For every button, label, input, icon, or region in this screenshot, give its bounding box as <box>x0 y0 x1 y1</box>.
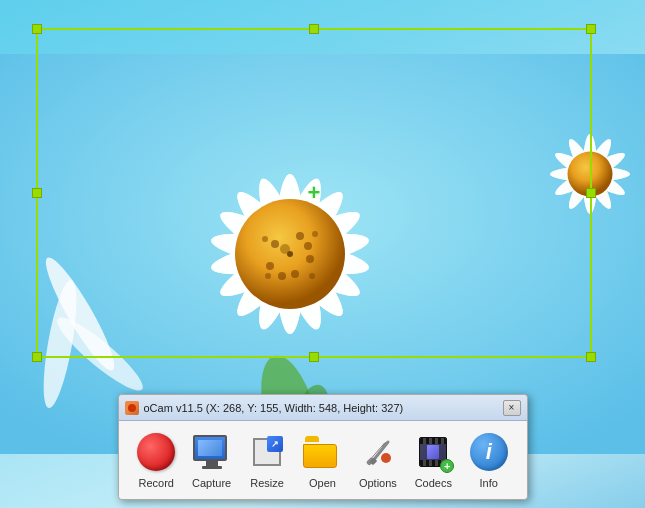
capture-button[interactable]: Capture <box>187 429 237 491</box>
resize-label: Resize <box>250 477 284 489</box>
handle-top-left[interactable] <box>32 24 42 34</box>
record-label: Record <box>138 477 173 489</box>
crosshair: + <box>302 181 326 205</box>
codecs-label: Codecs <box>415 477 452 489</box>
info-button[interactable]: i Info <box>464 429 514 491</box>
info-icon: i <box>468 431 510 473</box>
selection-rectangle[interactable]: + <box>36 28 592 358</box>
svg-point-55 <box>381 453 391 463</box>
resize-icon: ↗ <box>246 431 288 473</box>
resize-button[interactable]: ↗ Resize <box>242 429 292 491</box>
options-icon <box>357 431 399 473</box>
handle-bottom-left[interactable] <box>32 352 42 362</box>
record-button[interactable]: Record <box>131 429 181 491</box>
capture-icon <box>191 431 233 473</box>
capture-label: Capture <box>192 477 231 489</box>
handle-middle-right[interactable] <box>586 188 596 198</box>
close-button[interactable]: × <box>503 400 521 416</box>
record-icon <box>135 431 177 473</box>
handle-bottom-center[interactable] <box>309 352 319 362</box>
options-label: Options <box>359 477 397 489</box>
toolbar-body: Record Capture ↗ Resize <box>119 421 527 499</box>
open-button[interactable]: Open <box>297 429 347 491</box>
titlebar[interactable]: oCam v11.5 (X: 268, Y: 155, Width: 548, … <box>119 395 527 421</box>
info-label: Info <box>480 477 498 489</box>
titlebar-title: oCam v11.5 (X: 268, Y: 155, Width: 548, … <box>144 402 503 414</box>
open-icon <box>301 431 343 473</box>
options-button[interactable]: Options <box>353 429 403 491</box>
codecs-button[interactable]: + Codecs <box>408 429 458 491</box>
toolbar-window: oCam v11.5 (X: 268, Y: 155, Width: 548, … <box>118 394 528 500</box>
app-icon <box>125 401 139 415</box>
svg-point-51 <box>128 404 136 412</box>
handle-bottom-right[interactable] <box>586 352 596 362</box>
codecs-icon: + <box>412 431 454 473</box>
handle-top-center[interactable] <box>309 24 319 34</box>
open-label: Open <box>309 477 336 489</box>
handle-top-right[interactable] <box>586 24 596 34</box>
handle-middle-left[interactable] <box>32 188 42 198</box>
